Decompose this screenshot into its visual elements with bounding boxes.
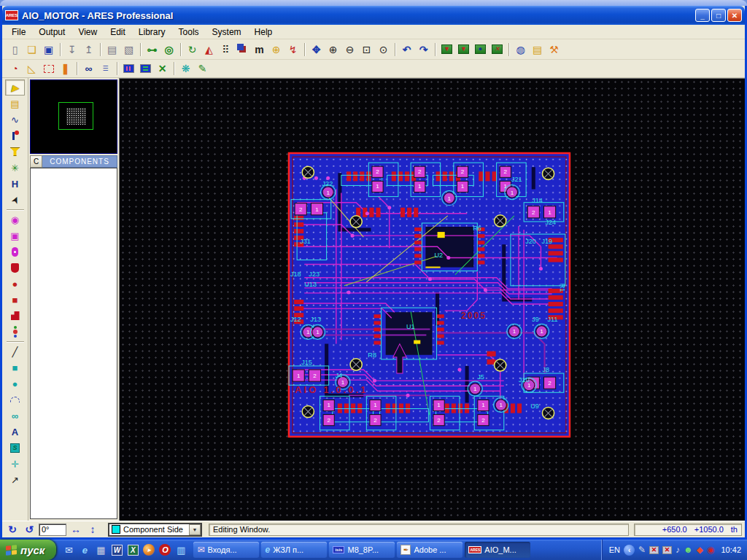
excel-icon[interactable]: X — [126, 543, 139, 556]
opera-icon[interactable]: O — [158, 543, 171, 556]
messenger-icon[interactable]: ☻ — [684, 545, 693, 555]
circle-pad-icon[interactable]: ● — [5, 276, 25, 292]
zone-mode-icon[interactable] — [5, 144, 25, 160]
auto-placer-icon[interactable] — [120, 61, 137, 77]
print-icon[interactable]: ▤ — [104, 42, 120, 58]
task-ares-active[interactable]: ARES AIO_M... — [465, 542, 530, 558]
find-component-icon[interactable]: ◍ — [512, 42, 529, 58]
calculator-icon[interactable]: ▦ — [94, 543, 107, 556]
open-file-icon[interactable]: ❏ — [23, 42, 40, 58]
minimize-button[interactable]: _ — [695, 9, 710, 22]
start-button[interactable]: пуск — [0, 540, 56, 560]
clock[interactable]: 10:42 — [721, 545, 741, 554]
netlist-zoom-icon[interactable]: ◎ — [160, 42, 177, 58]
round-pad-icon[interactable]: ◉ — [5, 211, 25, 228]
notes-icon[interactable]: ▥ — [174, 543, 187, 556]
layer-selector[interactable]: Component Side ▼ — [108, 523, 202, 537]
dimension-mode-icon[interactable]: ↗ — [5, 472, 25, 488]
component-mode-icon[interactable]: ▶ — [5, 79, 25, 96]
titlebar[interactable]: ARES AIO_MOTOR - ARES Professional _ □ ✕ — [2, 6, 745, 25]
menu-view[interactable]: View — [71, 26, 104, 39]
paste-from-clipboard-icon[interactable]: ● — [472, 42, 489, 58]
bill-of-materials-icon[interactable]: ▤ — [529, 42, 546, 58]
menu-output[interactable]: Output — [32, 26, 71, 39]
redraw-icon[interactable]: ↻ — [184, 42, 201, 58]
delete-clipboard-icon[interactable]: ✕ — [489, 42, 506, 58]
symbol-mode-icon[interactable]: S — [5, 440, 25, 456]
flip-view-icon[interactable]: ◭ — [201, 42, 217, 58]
pan-icon[interactable]: ✥ — [308, 42, 325, 58]
task-browser[interactable]: e ЖЗЛ п... — [261, 542, 327, 558]
undo-icon[interactable]: ↶ — [398, 42, 415, 58]
editing-window[interactable]: 2 1 2 1 2 1 — [119, 78, 745, 521]
lan-disconnected-icon[interactable]: ✕ — [662, 546, 672, 554]
angle-lock-icon[interactable]: ◺ — [23, 61, 40, 77]
outlook-express-icon[interactable]: ✉ — [62, 543, 75, 556]
maximize-button[interactable]: □ — [711, 9, 726, 22]
trace-style-icon[interactable]: ❚ — [57, 61, 74, 77]
rotate-cw-icon[interactable]: ↻ — [5, 524, 20, 535]
components-list[interactable] — [30, 168, 117, 519]
netlist-icon[interactable]: ⊶ — [144, 42, 160, 58]
new-file-icon[interactable]: ▯ — [7, 42, 23, 58]
rotate-ccw-icon[interactable]: ↺ — [22, 524, 36, 535]
word-icon[interactable]: W — [110, 543, 123, 556]
graphics-arc-icon[interactable] — [5, 392, 25, 408]
rect-pad-icon[interactable]: ■ — [5, 292, 25, 308]
ripup-icon[interactable]: ✕ — [154, 61, 171, 77]
media-player-icon[interactable]: ▸ — [142, 543, 155, 556]
origin-icon[interactable]: ⊕ — [268, 42, 285, 58]
cut-to-clipboard-icon[interactable]: ▼ — [438, 42, 455, 58]
design-rule-check-icon[interactable]: ✎ — [194, 61, 211, 77]
copy-to-clipboard-icon[interactable]: ▼ — [455, 42, 472, 58]
menu-library[interactable]: Library — [132, 26, 172, 39]
zoom-all-icon[interactable]: ⊙ — [375, 42, 392, 58]
menu-edit[interactable]: Edit — [104, 26, 132, 39]
metric-toggle-icon[interactable]: m — [251, 42, 268, 58]
search-tag-icon[interactable]: ∞ — [80, 61, 97, 77]
hide-icons-chevron[interactable]: ‹ — [624, 545, 635, 556]
layer-dropdown-icon[interactable]: ▼ — [189, 524, 201, 535]
menu-system[interactable]: System — [206, 26, 248, 39]
auto-track-icon[interactable]: ◔ — [7, 61, 23, 77]
download-manager-icon[interactable]: ◆ — [697, 545, 703, 555]
text-mode-icon[interactable]: A — [5, 424, 25, 440]
layers-icon[interactable] — [234, 42, 251, 58]
auto-router-icon[interactable] — [137, 61, 154, 77]
volume-icon[interactable]: ♪ — [676, 545, 680, 555]
tidy-icon[interactable]: ❋ — [177, 61, 194, 77]
overview-panel[interactable] — [30, 79, 117, 154]
rotation-angle-input[interactable] — [39, 524, 66, 536]
graphics-path-icon[interactable]: ∞ — [5, 408, 25, 424]
dil-pad-icon[interactable] — [5, 244, 25, 260]
flip-vertical-icon[interactable]: ↕ — [85, 524, 100, 535]
internet-explorer-icon[interactable]: e — [78, 543, 91, 556]
zoom-out-icon[interactable]: ⊖ — [341, 42, 358, 58]
graphics-circle-icon[interactable]: ● — [5, 376, 25, 392]
selection-filter-icon[interactable] — [40, 61, 57, 77]
language-indicator[interactable]: EN — [609, 545, 620, 554]
graphics-box-icon[interactable]: ■ — [5, 359, 25, 376]
task-isis[interactable]: isis M8_8P... — [329, 542, 395, 558]
zoom-area-icon[interactable]: ⊡ — [358, 42, 375, 58]
component-list-icon[interactable]: ☰ — [97, 61, 114, 77]
edge-pad-icon[interactable] — [5, 260, 25, 276]
close-button[interactable]: ✕ — [727, 9, 742, 22]
menu-help[interactable]: Help — [248, 26, 279, 39]
save-file-icon[interactable]: ▣ — [40, 42, 57, 58]
graphics-line-icon[interactable]: ╱ — [5, 343, 25, 359]
tools-icon[interactable]: ⚒ — [546, 42, 562, 58]
export-icon[interactable]: ↥ — [80, 42, 97, 58]
task-adobe[interactable]: ✒ Adobe ... — [397, 542, 462, 558]
network-disconnected-icon[interactable]: ✕ — [649, 546, 659, 554]
ratsnest-mode-icon[interactable]: ✳ — [5, 160, 25, 176]
zoom-in-icon[interactable]: ⊕ — [325, 42, 341, 58]
padstack-icon[interactable] — [5, 324, 25, 340]
redo-icon[interactable]: ↷ — [415, 42, 432, 58]
square-pad-icon[interactable]: ▣ — [5, 228, 25, 244]
import-icon[interactable]: ↧ — [63, 42, 80, 58]
grid-toggle-icon[interactable]: ⠿ — [217, 42, 234, 58]
components-tab-button[interactable]: C — [30, 155, 42, 168]
cursor-coords-icon[interactable]: ↯ — [285, 42, 301, 58]
via-mode-icon[interactable] — [5, 128, 25, 144]
